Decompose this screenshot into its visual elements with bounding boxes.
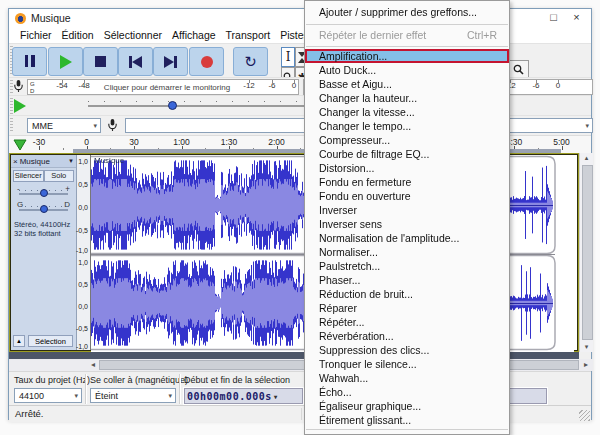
- select-track-button[interactable]: Sélection: [28, 335, 73, 347]
- microphone-icon[interactable]: [13, 79, 24, 93]
- pan-left-label: G: [17, 200, 23, 209]
- menu-item-changer-la-hauteur[interactable]: Changer la hauteur...: [305, 91, 509, 105]
- menu-item-normaliser[interactable]: Normaliser...: [305, 245, 509, 259]
- gain-slider[interactable]: - +: [17, 188, 70, 198]
- track-name[interactable]: Musique: [20, 157, 50, 166]
- timeline-options-pin-icon[interactable]: [12, 138, 28, 152]
- record-button[interactable]: [189, 47, 224, 76]
- menu-item-suppression-des-clics[interactable]: Suppression des clics...: [305, 343, 509, 357]
- resize-grip[interactable]: [579, 410, 590, 421]
- timeline-major-tick: [39, 146, 40, 150]
- scale-label: 1,0: [78, 259, 88, 266]
- clip-label[interactable]: Musique: [94, 156, 124, 165]
- menu-item-cho[interactable]: Écho...: [305, 385, 509, 399]
- skip-start-button[interactable]: [118, 47, 153, 76]
- skip-end-button[interactable]: [153, 47, 188, 76]
- vertical-scroll-thumb[interactable]: [582, 165, 593, 340]
- loop-button[interactable]: ↻: [233, 47, 268, 76]
- play-button[interactable]: [48, 47, 83, 76]
- menu-item-fondu-en-ouverture[interactable]: Fondu en ouverture: [305, 189, 509, 203]
- scale-label: -1,0: [76, 343, 88, 350]
- menu-separator: [306, 46, 508, 47]
- menu-item-ajouter-supprimer-des-greffons[interactable]: Ajouter / supprimer des greffons...: [305, 3, 509, 22]
- scale-label: 0,0: [78, 303, 88, 310]
- meter-tick: [294, 80, 295, 83]
- menu-item-r-duction-de-bruit[interactable]: Réduction de bruit...: [305, 287, 509, 301]
- menu-item-r-p-ter-le-dernier-effet: Répéter le dernier effetCtrl+R: [305, 27, 509, 44]
- menu-item-paulstretch[interactable]: Paulstretch...: [305, 259, 509, 273]
- toolbar-grip[interactable]: [10, 98, 13, 114]
- scale-label: -0,5: [76, 227, 88, 234]
- vertical-scale-ruler[interactable]: 1,00,50,0-0,5-1,01,00,50,0-0,5-1,0: [77, 155, 91, 350]
- meter-tick: [249, 80, 250, 83]
- close-button[interactable]: ×: [566, 9, 587, 27]
- collapse-track-button[interactable]: ▲: [13, 335, 25, 347]
- menu-item-distorsion[interactable]: Distorsion...: [305, 161, 509, 175]
- menu-item-fondu-en-fermeture[interactable]: Fondu en fermeture: [305, 175, 509, 189]
- gain-slider-thumb[interactable]: [40, 189, 48, 197]
- toolbar-divider: [179, 374, 180, 404]
- solo-button[interactable]: Solo: [44, 170, 75, 182]
- menubar-item-affichage[interactable]: Affichage: [167, 28, 221, 42]
- menu-item-phaser[interactable]: Phaser...: [305, 273, 509, 287]
- maximize-button[interactable]: □: [543, 9, 564, 27]
- track-menu-icon[interactable]: ▼: [68, 158, 74, 164]
- zoom-in-button[interactable]: [507, 60, 529, 78]
- timeline-label: -30: [27, 137, 56, 147]
- monitoring-hint[interactable]: Cliquer pour démarrer le monitoring: [104, 83, 230, 92]
- menu-item-r-verb-ration[interactable]: Réverbération...: [305, 329, 509, 343]
- menu-item-galiseur-graphique[interactable]: Égaliseur graphique...: [305, 399, 509, 413]
- menubar-item-fichier[interactable]: Fichier: [15, 28, 57, 42]
- mute-button[interactable]: Silencer: [13, 170, 44, 182]
- track-header[interactable]: × Musique ▼: [11, 155, 76, 168]
- track-close-icon[interactable]: ×: [13, 157, 18, 166]
- menu-item-courbe-de-filtrage-eq[interactable]: Courbe de filtrage EQ...: [305, 147, 509, 161]
- meter-tick: [558, 80, 559, 83]
- pan-slider-thumb[interactable]: [40, 205, 48, 213]
- scroll-right-icon[interactable]: ▸: [580, 359, 592, 371]
- scroll-down-icon[interactable]: ▾: [580, 343, 593, 351]
- chevron-down-icon: ▾: [74, 392, 78, 400]
- selection-start-field[interactable]: 00h00m00.000s ▼: [184, 388, 303, 404]
- status-divider: [301, 408, 302, 420]
- project-rate-label: Taux du projet (Hz): [14, 375, 90, 385]
- menu-item-auto-duck[interactable]: Auto Duck...: [305, 63, 509, 77]
- chevron-down-icon: ▾: [93, 122, 97, 130]
- scale-label: 0,0: [78, 204, 88, 211]
- menu-item-basse-et-aigu[interactable]: Basse et Aigu...: [305, 77, 509, 91]
- menu-item-changer-la-vitesse[interactable]: Changer la vitesse...: [305, 105, 509, 119]
- menubar-item-s-lectionner[interactable]: Sélectionner: [99, 28, 167, 42]
- menu-item-normalisation-de-l-amplitude[interactable]: Normalisation de l'amplitude...: [305, 231, 509, 245]
- menubar-item-transport[interactable]: Transport: [221, 28, 276, 42]
- stop-button[interactable]: [83, 47, 118, 76]
- scroll-left-icon[interactable]: ◂: [87, 359, 99, 371]
- menu-item-tirement-glissant[interactable]: Étirement glissant...: [305, 413, 509, 427]
- selection-tool-button[interactable]: I: [281, 47, 295, 67]
- audio-host-select[interactable]: MME ▾: [27, 118, 101, 133]
- menu-shortcut: Ctrl+R: [467, 27, 497, 44]
- menu-item-tronquer-le-silence[interactable]: Tronquer le silence...: [305, 357, 509, 371]
- pause-button[interactable]: [12, 47, 47, 76]
- menu-item-inverser[interactable]: Inverser: [305, 203, 509, 217]
- menubar-item-dition[interactable]: Édition: [57, 28, 99, 42]
- menu-item-wahwah[interactable]: Wahwah...: [305, 371, 509, 385]
- menu-item-changer-le-tempo[interactable]: Changer le tempo...: [305, 119, 509, 133]
- selection-range-label: Début et fin de la sélection: [184, 375, 290, 385]
- scroll-up-icon[interactable]: ▴: [580, 154, 593, 162]
- vertical-scrollbar[interactable]: ▴ ▾: [579, 153, 593, 352]
- project-rate-select[interactable]: 44100 ▾: [14, 388, 82, 403]
- gain-max-label: +: [65, 184, 70, 193]
- menu-item-inverser-sens[interactable]: Inverser sens: [305, 217, 509, 231]
- recording-meter[interactable]: G D Cliquer pour démarrer le monitoring …: [27, 79, 299, 95]
- toolbar-grip[interactable]: [10, 118, 13, 133]
- menu-item-compresseur[interactable]: Compresseur...: [305, 133, 509, 147]
- menu-item-r-p-ter[interactable]: Répéter...: [305, 315, 509, 329]
- chevron-down-icon: ▾: [585, 122, 589, 130]
- menu-item-r-parer[interactable]: Réparer: [305, 301, 509, 315]
- volume-slider-thumb[interactable]: [168, 101, 177, 110]
- menu-item-amplification[interactable]: Amplification...: [305, 49, 509, 63]
- timeline-minor-tick: [63, 148, 64, 150]
- pan-slider[interactable]: G D: [17, 204, 70, 214]
- magnifier-icon: [513, 64, 524, 75]
- snap-to-select[interactable]: Éteint ▾: [90, 388, 176, 403]
